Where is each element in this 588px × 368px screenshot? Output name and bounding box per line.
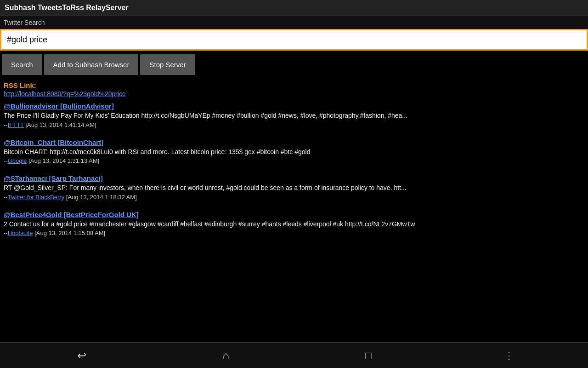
app-title: Subhash TweetsToRss RelayServer [5, 4, 129, 12]
home-icon[interactable]: ⌂ [215, 345, 237, 366]
more-icon[interactable]: ⋮ [501, 346, 518, 365]
rss-label: RSS Link: [4, 81, 36, 89]
tweet-author[interactable]: @STarhanaci [Sarp Tarhanaci] [4, 174, 584, 182]
add-to-browser-button[interactable]: Add to Subhash Browser [44, 54, 139, 75]
search-button[interactable]: Search [2, 54, 42, 75]
stop-server-button[interactable]: Stop Server [140, 54, 195, 75]
tweet-via-link[interactable]: Twitter for BlackBerry [8, 194, 65, 201]
recents-icon[interactable]: □ [358, 345, 379, 366]
tweet-item: @BestPrice4Gold [BestPriceForGold UK]2 C… [4, 211, 584, 237]
tweet-meta: --Google [Aug 13, 2014 1:31:13 AM] [4, 157, 584, 164]
nav-bar: ↩ ⌂ □ ⋮ [0, 342, 588, 368]
tweet-author[interactable]: @Bullionadvisor [BullionAdvisor] [4, 102, 584, 110]
tweet-item: @Bitcoin_Chart [BitcoinChart]Bitcoin CHA… [4, 138, 584, 165]
tweet-item: @Bullionadvisor [BullionAdvisor]The Pric… [4, 102, 584, 128]
rss-link[interactable]: http://localhost:8080/?q=%23gold%20price [4, 90, 584, 98]
tweet-text: RT @Gold_Silver_SP: For many investors, … [4, 184, 584, 193]
tweet-via-link[interactable]: Hootsuite [8, 230, 33, 236]
title-bar: Subhash TweetsToRss RelayServer [0, 0, 588, 16]
tweet-via-link[interactable]: IFTTT [8, 121, 24, 128]
section-label: Twitter Search [0, 16, 588, 29]
rss-section: RSS Link: http://localhost:8080/?q=%23go… [0, 79, 588, 98]
tweet-meta: --Hootsuite [Aug 13, 2014 1:15:08 AM] [4, 230, 584, 236]
tweet-text: 2 Contact us for a #gold price #manchest… [4, 220, 584, 229]
button-row: Search Add to Subhash Browser Stop Serve… [0, 51, 588, 79]
tweet-meta: --Twitter for BlackBerry [Aug 13, 2014 1… [4, 194, 584, 201]
tweets-container: @Bullionadvisor [BullionAdvisor]The Pric… [0, 98, 588, 342]
tweet-author[interactable]: @Bitcoin_Chart [BitcoinChart] [4, 138, 584, 146]
search-input[interactable] [0, 29, 588, 51]
tweet-text: Bitcoin CHART: http://t.co/mec0k8LuI0 wi… [4, 148, 584, 157]
tweet-text: The Price I'll Gladly Pay For My Kids' E… [4, 111, 584, 121]
back-icon[interactable]: ↩ [70, 345, 94, 366]
tweet-meta: --IFTTT [Aug 13, 2014 1:41:14 AM] [4, 121, 584, 128]
tweet-item: @STarhanaci [Sarp Tarhanaci]RT @Gold_Sil… [4, 174, 584, 201]
tweet-via-link[interactable]: Google [8, 157, 27, 164]
tweet-author[interactable]: @BestPrice4Gold [BestPriceForGold UK] [4, 211, 584, 218]
